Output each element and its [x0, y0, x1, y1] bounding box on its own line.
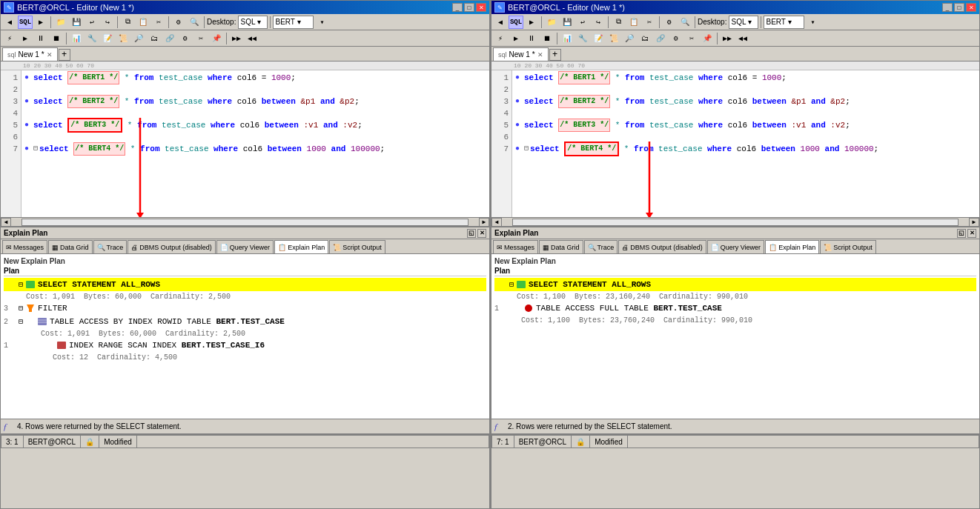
editor-tab-new1-right[interactable]: sql New 1 * ✕ [493, 47, 549, 61]
toolbar-open-left[interactable]: 📁 [53, 16, 68, 29]
tb2-icon12-left[interactable]: ⚙ [178, 32, 193, 45]
toolbar-more1-right[interactable]: ⚙ [662, 16, 677, 29]
toolbar-copy-right[interactable]: ⧉ [611, 16, 626, 29]
close-btn-right[interactable]: ✕ [966, 3, 976, 12]
pane-title-controls-right[interactable]: ◱ ✕ [957, 229, 976, 238]
tb2-icon8-right[interactable]: 📜 [606, 32, 621, 45]
pane-tab-so-left[interactable]: 📜 Script Output [329, 240, 385, 253]
tab-add-left[interactable]: + [59, 49, 70, 61]
tb2-icon15-left[interactable]: ▶▶ [229, 32, 244, 45]
tb2-icon5-left[interactable]: 📊 [69, 32, 84, 45]
toolbar-sql-right[interactable]: SQL [509, 16, 523, 29]
toolbar-conn-left[interactable]: ▾ [314, 16, 329, 29]
desktop-dropdown-left[interactable]: SQL ▾ [238, 16, 268, 29]
pane-float-btn-right[interactable]: ◱ [957, 229, 966, 238]
maximize-btn-right[interactable]: □ [954, 3, 964, 12]
toolbar-undo-left[interactable]: ↩ [85, 16, 99, 29]
tb2-icon11-right[interactable]: 🔗 [653, 32, 668, 45]
tb2-icon4-right[interactable]: ⏹ [540, 32, 554, 45]
scroll-track-right[interactable] [512, 219, 959, 226]
code-area-right[interactable]: ● select /* BERT1 */ * from test_case wh… [512, 70, 979, 217]
window-controls-right[interactable]: _ □ ✕ [942, 3, 976, 12]
maximize-btn-left[interactable]: □ [464, 3, 474, 12]
pane-tab-datagrid-left[interactable]: ▦ Data Grid [48, 240, 93, 253]
toolbar-more2-right[interactable]: 🔍 [678, 16, 692, 29]
toolbar-redo-right[interactable]: ↪ [591, 16, 606, 29]
tb2-icon1-left[interactable]: ⚡ [2, 32, 17, 45]
tb2-icon12-right[interactable]: ⚙ [669, 32, 683, 45]
scroll-left-btn-right[interactable]: ◀ [491, 218, 502, 227]
tb2-icon14-left[interactable]: 📌 [209, 32, 224, 45]
tb2-icon10-right[interactable]: 🗂 [638, 32, 652, 45]
tab-close-left[interactable]: ✕ [47, 51, 53, 59]
pane-tab-messages-left[interactable]: ✉ Messages [2, 240, 47, 253]
plan-expand-1-right[interactable]: ⊟ [509, 280, 514, 289]
minimize-btn-left[interactable]: _ [452, 3, 463, 12]
editor-scrollbar-right[interactable]: ◀ ▶ [491, 217, 979, 226]
toolbar-run-left[interactable]: ▶ [33, 16, 48, 29]
pane-float-btn-left[interactable]: ◱ [467, 229, 476, 238]
scroll-track-left[interactable] [21, 219, 469, 226]
pane-tab-ep-left[interactable]: 📋 Explain Plan [274, 240, 328, 253]
tb2-icon8-left[interactable]: 📜 [116, 32, 130, 45]
pane-tab-ep-right[interactable]: 📋 Explain Plan [765, 240, 819, 253]
toolbar-save-left[interactable]: 💾 [69, 16, 84, 29]
tb2-icon3-right[interactable]: ⏸ [524, 32, 539, 45]
tb2-icon2-right[interactable]: ▶ [509, 32, 523, 45]
tb2-icon16-left[interactable]: ◀◀ [245, 32, 259, 45]
tb2-icon10-left[interactable]: 🗂 [147, 32, 162, 45]
toolbar-open-right[interactable]: 📁 [544, 16, 559, 29]
tb2-icon5-right[interactable]: 📊 [560, 32, 575, 45]
pane-tab-so-right[interactable]: 📜 Script Output [820, 240, 876, 253]
pane-tab-qv-right[interactable]: 📄 Query Viewer [707, 240, 764, 253]
pane-tab-dbms-left[interactable]: 🖨 DBMS Output (disabled) [128, 240, 216, 253]
tb2-icon14-right[interactable]: 📌 [700, 32, 715, 45]
tb2-icon13-left[interactable]: ✂ [193, 32, 208, 45]
toolbar-sql-left[interactable]: SQL [18, 16, 33, 29]
connection-dropdown-left[interactable]: BERT ▾ [273, 16, 314, 29]
toolbar-cut-right[interactable]: ✂ [642, 16, 657, 29]
desktop-dropdown-right[interactable]: SQL ▾ [729, 16, 758, 29]
pane-tab-trace-left[interactable]: 🔍 Trace [93, 240, 128, 253]
pane-tab-messages-right[interactable]: ✉ Messages [493, 240, 538, 253]
tb2-icon1-right[interactable]: ⚡ [493, 32, 508, 45]
tb2-icon9-left[interactable]: 🔎 [131, 32, 146, 45]
pane-close-btn-right[interactable]: ✕ [967, 229, 976, 238]
tb2-icon11-left[interactable]: 🔗 [162, 32, 177, 45]
pane-tab-datagrid-right[interactable]: ▦ Data Grid [539, 240, 583, 253]
toolbar-save-right[interactable]: 💾 [560, 16, 575, 29]
minimize-btn-right[interactable]: _ [942, 3, 953, 12]
toolbar-more1-left[interactable]: ⚙ [171, 16, 186, 29]
close-btn-left[interactable]: ✕ [476, 3, 486, 12]
pane-tab-dbms-right[interactable]: 🖨 DBMS Output (disabled) [618, 240, 706, 253]
plan-expand-2-left[interactable]: ⊟ [19, 304, 23, 313]
tb2-icon4-left[interactable]: ⏹ [49, 32, 64, 45]
plan-expand-1-left[interactable]: ⊟ [19, 280, 23, 289]
plan-expand-3-left[interactable]: ⊟ [19, 317, 23, 326]
tb2-icon6-right[interactable]: 🔧 [575, 32, 590, 45]
scroll-left-btn-left[interactable]: ◀ [1, 218, 11, 227]
toolbar-undo-right[interactable]: ↩ [575, 16, 590, 29]
toolbar-cut-left[interactable]: ✂ [151, 16, 166, 29]
toolbar-paste-right[interactable]: 📋 [626, 16, 641, 29]
tb2-icon13-right[interactable]: ✂ [684, 32, 699, 45]
toolbar-more2-left[interactable]: 🔍 [187, 16, 202, 29]
tb2-icon7-left[interactable]: 📝 [100, 32, 115, 45]
pane-title-controls-left[interactable]: ◱ ✕ [467, 229, 486, 238]
editor-tab-new1-left[interactable]: sql New 1 * ✕ [2, 47, 58, 61]
scroll-right-btn-left[interactable]: ▶ [479, 218, 489, 227]
tb2-icon2-left[interactable]: ▶ [18, 32, 33, 45]
tab-add-right[interactable]: + [549, 49, 561, 61]
tb2-icon6-left[interactable]: 🔧 [85, 32, 99, 45]
toolbar-back-right[interactable]: ◀ [493, 16, 508, 29]
window-controls-left[interactable]: _ □ ✕ [452, 3, 486, 12]
connection-dropdown-right[interactable]: BERT ▾ [764, 16, 804, 29]
tb2-icon3-left[interactable]: ⏸ [33, 32, 48, 45]
toolbar-redo-left[interactable]: ↪ [100, 16, 115, 29]
toolbar-paste-left[interactable]: 📋 [136, 16, 150, 29]
tab-close-right[interactable]: ✕ [537, 51, 543, 59]
tb2-icon7-right[interactable]: 📝 [591, 32, 606, 45]
pane-tab-trace-right[interactable]: 🔍 Trace [584, 240, 618, 253]
pane-close-btn-left[interactable]: ✕ [477, 229, 486, 238]
pane-tab-qv-left[interactable]: 📄 Query Viewer [216, 240, 274, 253]
